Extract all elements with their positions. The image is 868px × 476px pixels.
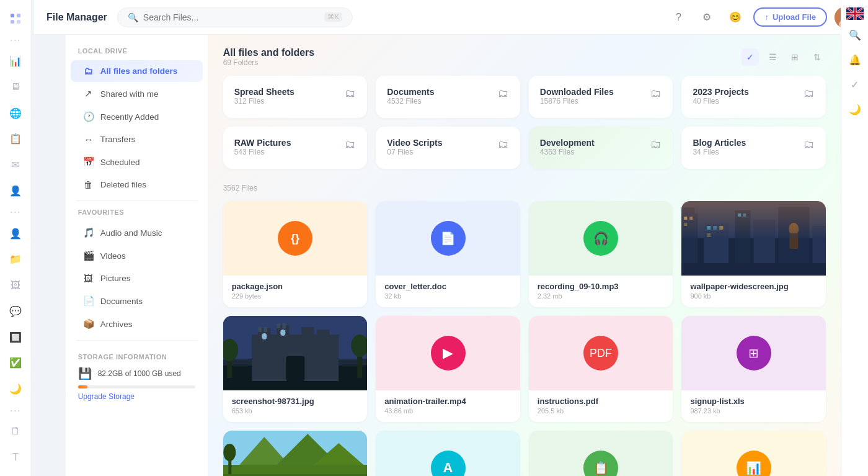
sidebar-item-shared[interactable]: ↗ Shared with me (71, 83, 203, 105)
file-card-json[interactable]: {} package.json 229 bytes (223, 201, 368, 307)
filter-btn[interactable]: ⇅ (808, 48, 826, 66)
folders-count: 69 Folders (223, 58, 315, 67)
file-name: wallpaper-widescreen.jpg (690, 282, 817, 291)
help-button[interactable]: ? (668, 7, 689, 28)
sidebar-icon-1[interactable]: 📊 (4, 50, 27, 73)
folder-icon: 🗂 (804, 138, 815, 151)
folder-name: Downloaded Files (540, 87, 614, 97)
files-section-header: 3562 Files (223, 184, 826, 192)
file-size: 653 kb (232, 407, 359, 415)
sidebar-icon-bottom-1[interactable]: 🗒 (4, 421, 27, 443)
document-icon: 📄 (83, 295, 94, 307)
sidebar-item-scheduled[interactable]: 📅 Scheduled (71, 151, 203, 173)
sidebar-icon-13[interactable]: 🌙 (4, 378, 27, 400)
uk-flag-icon[interactable] (846, 7, 864, 20)
sidebar-icon-8[interactable]: 📁 (4, 248, 27, 271)
emoji-button[interactable]: 😊 (725, 7, 746, 28)
file-card-mp4[interactable]: ▶ animation-trailer.mp4 43.86 mb (376, 316, 520, 422)
icon-bar: ··· 📊 🖥 🌐 📋 ✉ 👤 ··· 👤 📁 🖼 💬 🔲 ✅ 🌙 ··· 🗒 … (0, 0, 32, 476)
file-name: package.json (232, 282, 359, 291)
storage-bar-bg (78, 385, 195, 388)
folder-icon: 🗂 (650, 138, 662, 151)
folder-icon: 🗂 (498, 138, 509, 151)
folder-count: 312 Files (234, 97, 294, 106)
file-card-audio[interactable]: A audio-file.mp3 4.5 mb (376, 431, 520, 476)
file-size: 32 kb (384, 292, 512, 300)
folder-card-raw[interactable]: RAW Pictures 543 Files 🗂 (223, 127, 368, 169)
folder-name: Blog Articles (693, 138, 746, 148)
sidebar-item-videos[interactable]: 🎬 Videos (71, 245, 203, 267)
file-card-mp3[interactable]: 🎧 recording_09-10.mp3 2.32 mb (529, 201, 673, 307)
sidebar-item-recently-added[interactable]: 🕐 Recently Added (71, 106, 203, 128)
search-bar[interactable]: 🔍 ⌘K (117, 7, 353, 27)
sidebar-icon-2[interactable]: 🖥 (4, 76, 27, 99)
sidebar-icon-11[interactable]: 🔲 (4, 326, 27, 348)
check-view-btn[interactable]: ✓ (742, 48, 759, 66)
folder-card-projects[interactable]: 2023 Projects 40 Files 🗂 (681, 76, 826, 118)
sidebar-icon-9[interactable]: 🖼 (4, 274, 27, 297)
folder-card-documents[interactable]: Documents 4532 Files 🗂 (376, 76, 520, 118)
sidebar-item-archives[interactable]: 📦 Archives (71, 313, 203, 335)
sidebar-icon-7[interactable]: 👤 (4, 222, 27, 245)
calendar-icon: 📅 (83, 156, 94, 168)
app-grid-icon[interactable] (4, 7, 27, 30)
grid-view-btn[interactable]: ⊞ (786, 48, 804, 66)
files-count: 3562 Files (223, 184, 257, 192)
sidebar-icon-12[interactable]: ✅ (4, 352, 27, 374)
sidebar-item-documents[interactable]: 📄 Documents (71, 290, 203, 312)
svg-rect-0 (11, 14, 14, 17)
file-card-report[interactable]: 📊 report.pdf 2.1 mb (681, 431, 826, 476)
clock-icon: 🕐 (83, 111, 94, 122)
main-layout: Local Drive 🗂 All files and folders ↗ Sh… (66, 35, 841, 476)
sidebar-icon-5[interactable]: ✉ (4, 154, 27, 176)
file-card-castle[interactable]: screenshot-98731.jpg 653 kb (223, 316, 368, 422)
file-card-pdf[interactable]: PDF instructions.pdf 205.5 kb (529, 316, 673, 422)
folder-card-spreadsheets[interactable]: Spread Sheets 312 Files 🗂 (223, 76, 368, 118)
storage-section: Storage Information 💾 82.2GB of 1000 GB … (66, 346, 208, 408)
file-card-doc[interactable]: 📄 cover_letter.doc 32 kb (376, 201, 520, 307)
file-name: recording_09-10.mp3 (538, 282, 665, 291)
svg-rect-37 (258, 327, 262, 332)
upgrade-storage-link[interactable]: Upgrade Storage (78, 392, 195, 401)
folder-icon: 🗂 (83, 66, 94, 76)
flag-bell-icon[interactable]: 🔔 (845, 50, 865, 70)
svg-rect-42 (280, 330, 285, 336)
file-card-wallpaper[interactable]: wallpaper-widescreen.jpg 900 kb (681, 201, 826, 307)
sidebar-icon-10[interactable]: 💬 (4, 300, 27, 323)
folder-count: 4532 Files (387, 97, 434, 106)
folder-name: Spread Sheets (234, 87, 294, 97)
sidebar-item-audio[interactable]: 🎵 Audio and Music (71, 222, 203, 244)
sidebar-item-pictures[interactable]: 🖼 Pictures (71, 267, 203, 289)
sidebar-item-transfers[interactable]: ↔ Transfers (71, 128, 203, 150)
sidebar-icon-4[interactable]: 📋 (4, 128, 27, 150)
flag-check-icon[interactable]: ✓ (845, 74, 865, 94)
sidebar-item-deleted[interactable]: 🗑 Deleted files (71, 174, 203, 195)
sidebar-icon-3[interactable]: 🌐 (4, 102, 27, 124)
file-size: 229 bytes (232, 292, 359, 300)
flag-moon-icon[interactable]: 🌙 (845, 99, 865, 119)
storage-label: Storage Information (78, 353, 195, 361)
file-card-xls[interactable]: ⊞ signup-list.xls 987.23 kb (681, 316, 826, 422)
search-input[interactable] (143, 12, 320, 22)
flag-search-icon[interactable]: 🔍 (845, 25, 865, 45)
settings-button[interactable]: ⚙ (696, 7, 717, 28)
folder-card-blog[interactable]: Blog Articles 34 Files 🗂 (681, 127, 826, 169)
main-content: All files and folders 69 Folders ✓ ☰ ⊞ ⇅… (208, 35, 841, 476)
archive-icon: 📦 (83, 318, 94, 330)
list-view-btn[interactable]: ☰ (764, 48, 781, 66)
file-card-landscape[interactable]: landscape-photo.jpg 1.2 mb (223, 431, 368, 476)
svg-rect-38 (264, 327, 267, 332)
folder-card-videoscripts[interactable]: Video Scripts 07 Files 🗂 (376, 127, 520, 169)
flag-bar: 🔍 🔔 ✓ 🌙 (841, 0, 868, 476)
upload-icon: ↑ (764, 12, 769, 22)
upload-button[interactable]: ↑ Upload File (753, 7, 827, 27)
file-card-doc2[interactable]: 📋 document.doc 120 kb (529, 431, 673, 476)
file-name: instructions.pdf (538, 397, 665, 406)
folder-card-downloaded[interactable]: Downloaded Files 15876 Files 🗂 (529, 76, 673, 118)
folder-card-development[interactable]: Development 4353 Files 🗂 (529, 127, 673, 169)
sidebar-item-all-files[interactable]: 🗂 All files and folders (71, 60, 203, 82)
svg-rect-41 (262, 333, 267, 339)
file-size: 900 kb (690, 292, 817, 300)
sidebar-icon-bottom-2[interactable]: T (4, 446, 27, 469)
sidebar-icon-6[interactable]: 👤 (4, 180, 27, 202)
